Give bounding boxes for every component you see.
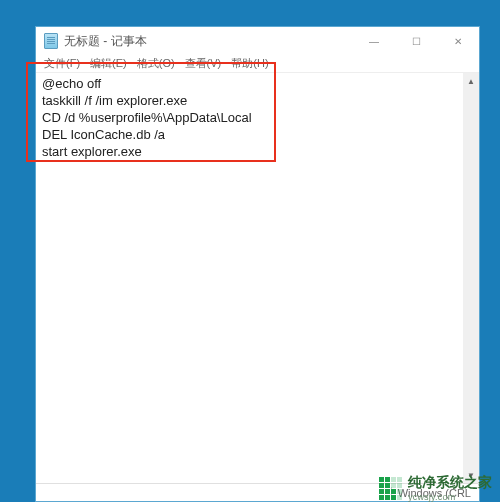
menu-view[interactable]: 查看(V) — [181, 56, 226, 71]
vertical-scrollbar[interactable]: ▲ ▼ — [463, 73, 479, 483]
text-editor[interactable]: @echo off taskkill /f /im explorer.exe C… — [36, 73, 479, 483]
menu-format[interactable]: 格式(O) — [133, 56, 179, 71]
minimize-button[interactable]: — — [353, 27, 395, 55]
notepad-icon — [44, 33, 58, 49]
scrollbar-track[interactable] — [463, 89, 479, 467]
watermark-title: 纯净系统之家 — [408, 474, 492, 492]
close-button[interactable]: ✕ — [437, 27, 479, 55]
watermark-logo-icon — [379, 477, 402, 500]
menu-file[interactable]: 文件(F) — [40, 56, 84, 71]
menu-help[interactable]: 帮助(H) — [227, 56, 272, 71]
watermark: 纯净系统之家 ycwsjy.com — [379, 474, 492, 502]
maximize-button[interactable]: ☐ — [395, 27, 437, 55]
notepad-window: 无标题 - 记事本 — ☐ ✕ 文件(F) 编辑(E) 格式(O) 查看(V) … — [35, 26, 480, 502]
scroll-up-icon[interactable]: ▲ — [463, 73, 479, 89]
menu-edit[interactable]: 编辑(E) — [86, 56, 131, 71]
window-controls: — ☐ ✕ — [353, 27, 479, 55]
watermark-url: ycwsjy.com — [408, 492, 492, 502]
window-title: 无标题 - 记事本 — [64, 33, 147, 50]
menubar: 文件(F) 编辑(E) 格式(O) 查看(V) 帮助(H) — [36, 55, 479, 73]
content-area: @echo off taskkill /f /im explorer.exe C… — [36, 73, 479, 483]
titlebar: 无标题 - 记事本 — ☐ ✕ — [36, 27, 479, 55]
